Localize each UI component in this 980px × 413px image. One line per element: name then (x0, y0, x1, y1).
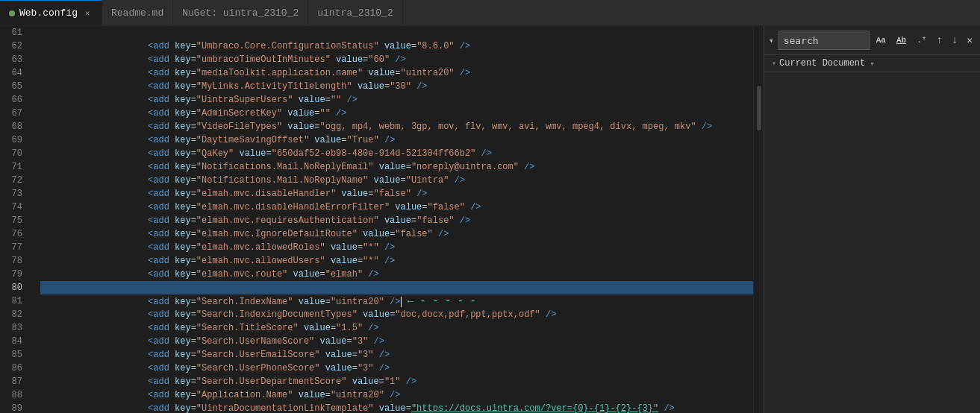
search-input[interactable] (784, 35, 864, 46)
code-line-79: <add key="Search.Url" value="http://40.1… (40, 268, 753, 281)
line-numbers: 61 62 63 64 65 66 67 68 69 70 71 72 73 7… (0, 26, 34, 413)
code-line-73: <add key="elmah.mvc.disableHandleErrorFi… (40, 187, 753, 201)
code-line-69: <add key="QaKey" value="650daf52-eb98-48… (40, 133, 753, 147)
code-line-66: <add key="AdminSecretKey" value="" /> (40, 93, 753, 107)
line-num-74: 74 (0, 201, 28, 214)
line-num-77: 77 (0, 241, 28, 254)
code-line-85: <add key="Search.UserPhoneScore" value="… (40, 348, 753, 362)
line-num-87: 87 (0, 375, 28, 388)
tab-label: Readme.md (111, 7, 163, 19)
tab-close-icon[interactable]: ✕ (82, 8, 93, 19)
line-num-79: 79 (0, 268, 28, 281)
code-line-84: <add key="Search.UserEmailScore" value="… (40, 335, 753, 348)
code-line-62: <add key="umbracoTimeOutInMinutes" value… (40, 40, 753, 53)
code-line-83: <add key="Search.UserNameScore" value="3… (40, 321, 753, 335)
scope-dropdown-icon[interactable]: ▾ (870, 59, 875, 69)
line-num-78: 78 (0, 254, 28, 268)
search-input-container[interactable] (778, 31, 870, 50)
search-header: ▾ Aa Ab .* ↑ ↓ ✕ (764, 26, 980, 55)
line-num-81: 81 (0, 294, 28, 308)
code-line-75: <add key="elmah.mvc.IgnoreDefaultRoute" … (40, 214, 753, 227)
code-line-68: <add key="DaytimeSavingOffset" value="Tr… (40, 120, 753, 133)
line-num-65: 65 (0, 80, 28, 93)
code-line-67: <add key="VideoFileTypes" value="ogg, mp… (40, 107, 753, 120)
line-num-86: 86 (0, 362, 28, 375)
search-scope-row: ▾ Current Document ▾ (764, 55, 980, 72)
code-line-88: <add key="UintraDocumentationLinkTemplat… (40, 388, 753, 402)
tab-label: uintra_2310_2 (317, 7, 393, 19)
tab-nuget1[interactable]: NuGet: uintra_2310_2 (173, 0, 308, 26)
line-num-88: 88 (0, 388, 28, 402)
code-line-63: <add key="mediaToolkit.application.name"… (40, 53, 753, 66)
code-line-76: <add key="elmah.mvc.allowedRoles" value=… (40, 227, 753, 241)
code-line-64: <add key="MyLinks.ActivityTitleLength" v… (40, 66, 753, 80)
scope-label: Current Document (779, 58, 865, 69)
code-line-86: <add key="Search.UserDepartmentScore" va… (40, 362, 753, 375)
line-num-73: 73 (0, 187, 28, 201)
match-case-icon[interactable]: Aa (873, 34, 890, 47)
code-line-61: <add key="Umbraco.Core.ConfigurationStat… (40, 26, 753, 40)
line-num-70: 70 (0, 147, 28, 160)
regex-icon[interactable]: .* (913, 34, 930, 47)
code-line-77: <add key="elmah.mvc.allowedUsers" value=… (40, 241, 753, 254)
code-line-78: <add key="elmah.mvc.route" value="elmah"… (40, 254, 753, 268)
line-num-89: 89 (0, 402, 28, 413)
line-num-85: 85 (0, 348, 28, 362)
code-line-89: <add key="linkPreviewServiceUri" value="… (40, 402, 753, 413)
scope-chevron-icon: ▾ (772, 59, 776, 68)
tab-web-config[interactable]: Web.config ✕ (0, 0, 102, 26)
line-num-62: 62 (0, 40, 28, 53)
code-line-65: <add key="UintraSuperUsers" value="" /> (40, 80, 753, 93)
line-num-84: 84 (0, 335, 28, 348)
line-num-61: 61 (0, 26, 28, 40)
editor-area[interactable]: 61 62 63 64 65 66 67 68 69 70 71 72 73 7… (0, 26, 764, 413)
tab-label: Web.config (19, 7, 78, 19)
line-num-63: 63 (0, 53, 28, 66)
line-num-71: 71 (0, 160, 28, 174)
code-line-71: <add key="Notifications.Mail.NoReplyName… (40, 160, 753, 174)
line-num-82: 82 (0, 308, 28, 321)
line-num-68: 68 (0, 120, 28, 133)
code-line-74: <add key="elmah.mvc.requiresAuthenticati… (40, 201, 753, 214)
tab-bar: Web.config ✕ Readme.md NuGet: uintra_231… (0, 0, 980, 26)
code-line-70: <add key="Notifications.Mail.NoReplyEmai… (40, 147, 753, 160)
code-line-72: <add key="elmah.mvc.disableHandler" valu… (40, 174, 753, 187)
close-search-icon[interactable]: ✕ (964, 33, 976, 48)
tab-label: NuGet: uintra_2310_2 (182, 7, 299, 19)
line-num-83: 83 (0, 321, 28, 335)
scrollbar[interactable] (753, 26, 764, 413)
code-line-87: <add key="Application.Name" value="uintr… (40, 375, 753, 388)
line-num-67: 67 (0, 107, 28, 120)
line-num-69: 69 (0, 133, 28, 147)
code-line-81: <add key="Search.IndexingDocumentTypes" … (40, 294, 753, 308)
code-line-82: <add key="Search.TitleScore" value="1.5"… (40, 308, 753, 321)
prev-match-icon[interactable]: ↑ (933, 33, 945, 48)
line-num-76: 76 (0, 227, 28, 241)
tab-readme[interactable]: Readme.md (102, 0, 173, 26)
line-num-75: 75 (0, 214, 28, 227)
line-num-72: 72 (0, 174, 28, 187)
editor-window: Web.config ✕ Readme.md NuGet: uintra_231… (0, 0, 980, 413)
line-num-80: 80 (0, 281, 28, 294)
line-num-66: 66 (0, 93, 28, 107)
expand-icon: ▾ (769, 36, 774, 45)
code-lines[interactable]: <add key="Umbraco.Core.ConfigurationStat… (34, 26, 753, 413)
tab-nuget2[interactable]: uintra_2310_2 (308, 0, 402, 26)
search-panel: ▾ Aa Ab .* ↑ ↓ ✕ ▾ Current Document ▾ (764, 26, 980, 413)
line-num-64: 64 (0, 66, 28, 80)
match-word-icon[interactable]: Ab (893, 34, 910, 47)
next-match-icon[interactable]: ↓ (949, 33, 961, 48)
code-line-80: <add key="Search.IndexName" value="uintr… (40, 281, 753, 294)
tab-dot (9, 10, 15, 16)
search-results-area (764, 72, 980, 413)
